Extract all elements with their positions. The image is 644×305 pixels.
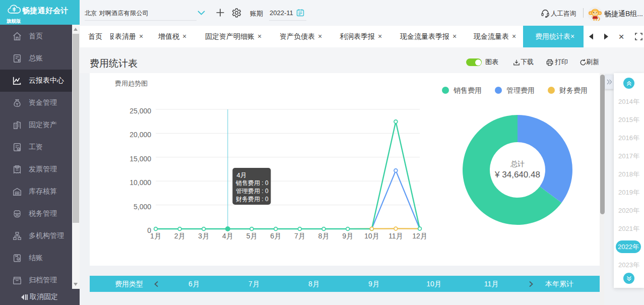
svg-text:11月: 11月 bbox=[389, 232, 403, 240]
svg-text:8月: 8月 bbox=[318, 232, 330, 240]
svg-text:7月: 7月 bbox=[294, 232, 305, 240]
svg-text:20,000: 20,000 bbox=[130, 131, 151, 139]
svg-text:15,000: 15,000 bbox=[130, 155, 151, 163]
svg-text:4月: 4月 bbox=[222, 232, 233, 240]
svg-text:5月: 5月 bbox=[246, 232, 257, 240]
svg-text:销售费用 : 0: 销售费用 : 0 bbox=[235, 179, 269, 187]
svg-text:5,000: 5,000 bbox=[134, 203, 151, 211]
svg-text:1月: 1月 bbox=[150, 232, 161, 240]
svg-text:10月: 10月 bbox=[364, 232, 379, 240]
svg-text:3月: 3月 bbox=[198, 232, 209, 240]
svg-text:9月: 9月 bbox=[342, 232, 353, 240]
svg-text:6月: 6月 bbox=[270, 232, 281, 240]
svg-text:2月: 2月 bbox=[174, 232, 185, 240]
svg-text:12月: 12月 bbox=[412, 232, 427, 240]
svg-text:25,000: 25,000 bbox=[130, 107, 151, 115]
svg-text:管理费用 : 0: 管理费用 : 0 bbox=[236, 188, 269, 195]
svg-text:¥ 34,640.48: ¥ 34,640.48 bbox=[494, 170, 540, 179]
svg-text:4月: 4月 bbox=[236, 171, 246, 179]
svg-text:10,000: 10,000 bbox=[130, 178, 151, 187]
svg-text:总计: 总计 bbox=[510, 160, 525, 168]
svg-text:财务费用 : 0: 财务费用 : 0 bbox=[236, 196, 269, 203]
